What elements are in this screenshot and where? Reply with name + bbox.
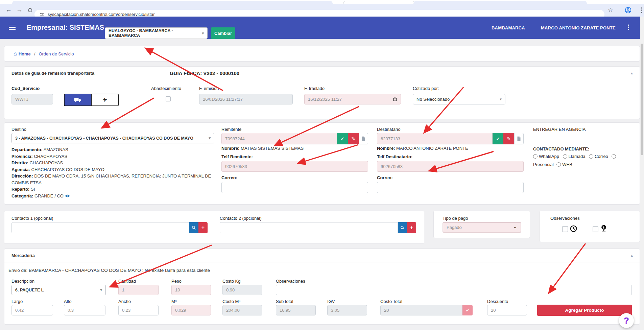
calendar-icon[interactable] — [393, 97, 397, 101]
eye-icon[interactable] — [65, 194, 70, 198]
sub-total-field[interactable] — [276, 305, 316, 315]
scrollbar-thumb[interactable] — [641, 44, 643, 155]
contacto1-field[interactable] — [11, 222, 189, 233]
descuento-field[interactable] — [487, 305, 527, 315]
header-menu-icon[interactable]: ⋮ — [625, 23, 631, 31]
costo-total-field[interactable] — [380, 305, 462, 315]
cantidad-field[interactable] — [118, 285, 159, 295]
back-icon[interactable]: ← — [5, 6, 12, 14]
igv-field[interactable] — [327, 305, 367, 315]
app-header: Empresarial: SISTEMAS HUALGAYOC - BAMBAM… — [0, 17, 644, 39]
contacto2-add-button[interactable]: + — [407, 222, 416, 233]
destinatario-label: Destinatario — [377, 127, 400, 132]
help-button[interactable]: ? — [619, 313, 634, 328]
file-icon — [517, 136, 521, 141]
plus-icon: + — [201, 225, 205, 231]
browser-menu-icon[interactable]: ⋮ — [638, 6, 644, 14]
remitente-document-field[interactable] — [221, 133, 337, 144]
tipo-pago-label: Tipo de pago — [443, 216, 468, 221]
cantidad-label: Cantidad — [118, 279, 136, 284]
guide-data-card: Datos de guia de remisión transportista … — [4, 66, 640, 119]
shipment-info: Envio de: BAMBAMARCA - CHACHAPOYAS CO DO… — [8, 268, 210, 273]
mic-observation-checkbox[interactable] — [593, 226, 598, 232]
destino-detail-row: Dirección: DOS DE MAYO CDRA. 15 S/N CHAC… — [11, 173, 219, 186]
truck-mode-button[interactable] — [65, 94, 91, 105]
chevron-down-icon: ▾ — [202, 31, 204, 36]
destinatario-correo-label: Correo: — [377, 175, 393, 180]
browser-tab[interactable] — [413, 1, 587, 4]
remitente-document-button[interactable] — [359, 133, 368, 144]
destinatario-document-button[interactable] — [514, 133, 524, 144]
f-emision-field[interactable] — [199, 94, 293, 104]
remitente-confirm-button[interactable]: ✔ — [337, 133, 348, 144]
cotizado-select[interactable]: No Seleccionado ▾ — [413, 94, 505, 104]
costo-total-label: Costo Total — [380, 299, 402, 304]
contacto1-search-button[interactable] — [189, 222, 198, 233]
costo-total-confirm-button[interactable]: ✔ — [462, 305, 473, 315]
destinatario-document-field[interactable] — [377, 133, 493, 144]
menu-icon[interactable] — [9, 25, 16, 30]
costo-m3-field[interactable] — [222, 305, 262, 315]
destino-select[interactable]: 3 - AMAZONAS - CHACHAPOYAS - CHACHAPOYAS… — [11, 133, 214, 143]
f-traslado-field[interactable]: 16/12/2025 11:27 — [304, 94, 401, 104]
radio-web[interactable] — [556, 162, 561, 167]
alto-field[interactable] — [64, 305, 105, 315]
tipo-pago-select[interactable]: Pagado ⌄ — [443, 222, 521, 233]
collapse-icon[interactable]: ▲ — [630, 71, 634, 75]
contacto1-add-button[interactable]: + — [198, 222, 208, 233]
url-text[interactable]: syscapacitacion.shalomcontrol.com/ordens… — [48, 12, 154, 17]
telf-destinatario-field[interactable] — [377, 161, 524, 172]
plane-mode-button[interactable]: ✈ — [91, 94, 118, 105]
forward-icon[interactable]: → — [16, 6, 23, 14]
agregar-producto-button[interactable]: Agregar Producto — [537, 305, 632, 316]
nav-user-link[interactable]: MARCO ANTONIO ZARATE PONTE — [541, 25, 616, 30]
refresh-icon[interactable] — [27, 7, 33, 13]
destinatario-edit-button[interactable]: ✎ — [503, 133, 514, 144]
transport-mode-toggle[interactable]: ✈ — [64, 94, 119, 106]
collapse-icon[interactable]: ▲ — [630, 254, 634, 257]
branch-selector[interactable]: HUALGAYOC - BAMBAMARCA - BAMBAMARCA ▾ — [105, 27, 208, 39]
peso-field[interactable] — [171, 285, 211, 295]
descripcion-select[interactable]: 6. PAQUETE L ▾ — [11, 285, 106, 295]
breadcrumb-current-link[interactable]: Orden de Servicio — [39, 51, 74, 56]
radio-correo[interactable] — [589, 154, 593, 159]
abastecimiento-checkbox[interactable] — [166, 96, 171, 101]
profile-icon[interactable] — [625, 7, 631, 14]
tune-icon[interactable] — [39, 12, 44, 17]
costo-kg-label: Costo Kg — [222, 279, 240, 284]
breadcrumb-home-link[interactable]: Home — [19, 51, 31, 56]
peso-label: Peso — [171, 279, 182, 284]
cod-servicio-field[interactable] — [11, 94, 53, 104]
destino-detail-row: Agencia: CHACHAPOYAS CO DOS DE MAYO — [11, 166, 219, 173]
radio-llamada[interactable] — [563, 154, 567, 159]
observaciones-producto-field[interactable] — [276, 285, 632, 295]
ancho-label: Ancho — [118, 299, 131, 304]
largo-field[interactable] — [11, 305, 53, 315]
costo-kg-field[interactable] — [222, 285, 262, 295]
contacto2-field[interactable] — [220, 222, 398, 233]
bookmark-star-icon[interactable]: ☆ — [608, 6, 613, 14]
m3-field[interactable] — [171, 305, 211, 315]
destinatario-correo-field[interactable] — [377, 182, 524, 193]
remitente-edit-button[interactable]: ✎ — [348, 133, 359, 144]
radio-presencial[interactable] — [612, 154, 616, 159]
browser-tab[interactable] — [12, 1, 333, 4]
ancho-field[interactable] — [118, 305, 159, 315]
change-branch-button[interactable]: Cambiar — [211, 27, 235, 39]
contacts-card: Contacto 1 (opcional) + Contacto 2 (opci… — [4, 211, 424, 244]
remitente-correo-field[interactable] — [221, 182, 368, 193]
payment-card: Tipo de pago Pagado ⌄ — [433, 211, 530, 238]
contacto2-search-button[interactable] — [398, 222, 407, 233]
telf-remitente-field[interactable] — [221, 161, 368, 172]
chevron-down-icon: ▾ — [100, 288, 102, 292]
schedule-observation-checkbox[interactable] — [562, 226, 568, 232]
destinatario-confirm-button[interactable]: ✔ — [493, 133, 503, 144]
chevron-down-icon: ⌄ — [513, 223, 517, 230]
breadcrumb-separator: / — [34, 51, 35, 56]
truck-icon — [74, 97, 81, 103]
scrollbar-track[interactable] — [640, 17, 644, 330]
browser-tab[interactable] — [343, 1, 415, 4]
nav-branch-link[interactable]: BAMBAMARCA — [492, 25, 525, 30]
radio-whatsapp[interactable] — [533, 154, 538, 159]
pencil-icon: ✎ — [351, 136, 355, 141]
